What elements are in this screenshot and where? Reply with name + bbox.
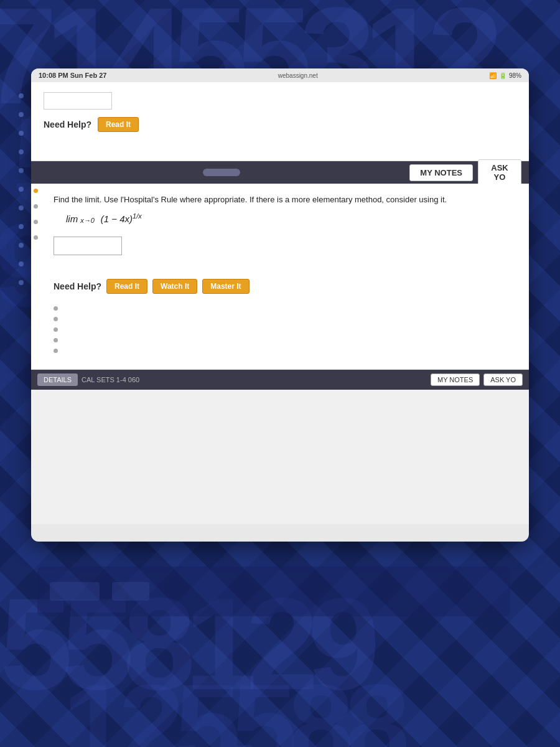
dot-marker bbox=[54, 349, 58, 353]
nav-dot bbox=[19, 243, 24, 248]
lower-btn-1 bbox=[50, 582, 100, 601]
read-it-button-top[interactable]: Read It bbox=[98, 117, 139, 132]
spacer-2 bbox=[54, 294, 516, 306]
dot-marker bbox=[54, 306, 58, 311]
master-it-button[interactable]: Master It bbox=[202, 279, 249, 294]
ask-button-bottom[interactable]: ASK YO bbox=[483, 374, 523, 386]
action-bar-bottom: DETAILS CAL SETS 1-4 060 MY NOTES ASK YO bbox=[31, 370, 529, 390]
nav-dot bbox=[19, 168, 24, 173]
action-bar-top: MY NOTES ASK YO bbox=[31, 161, 529, 184]
my-notes-button-top[interactable]: MY NOTES bbox=[409, 164, 473, 181]
need-help-label-main: Need Help? bbox=[54, 281, 101, 291]
dot-marker bbox=[54, 338, 58, 342]
inactive-marker bbox=[34, 204, 38, 209]
need-help-label-top: Need Help? bbox=[44, 120, 91, 129]
answer-input-top[interactable] bbox=[44, 92, 112, 110]
main-problem-section: Find the limit. Use l'Hospital's Rule wh… bbox=[31, 184, 529, 370]
answer-input-main[interactable] bbox=[54, 237, 122, 255]
scroll-area bbox=[39, 169, 404, 176]
lower-btn-2 bbox=[112, 582, 149, 601]
need-help-row-main: Need Help? Read It Watch It Master It bbox=[54, 279, 516, 294]
url-display: webassign.net bbox=[278, 72, 318, 79]
problem-markers bbox=[34, 189, 38, 240]
problem-instruction: Find the limit. Use l'Hospital's Rule wh… bbox=[54, 194, 516, 206]
content-area[interactable]: Need Help? Read It MY NOTES ASK YO bbox=[31, 82, 529, 524]
inactive-marker bbox=[34, 220, 38, 224]
side-navigation-dots bbox=[19, 93, 24, 285]
nav-dot bbox=[19, 187, 24, 192]
status-indicators: 📶 🔋 98% bbox=[489, 72, 521, 79]
spacer bbox=[54, 268, 516, 271]
nav-dot bbox=[19, 224, 24, 229]
dot-marker bbox=[54, 317, 58, 321]
details-button[interactable]: DETAILS bbox=[37, 374, 78, 386]
answer-area bbox=[54, 230, 516, 261]
nav-dot bbox=[19, 149, 24, 154]
lower-reflection bbox=[37, 566, 510, 616]
limit-subscript: x→0 bbox=[80, 217, 95, 224]
top-problem-section: Need Help? Read It bbox=[31, 82, 529, 161]
scroll-indicator bbox=[203, 169, 240, 176]
limit-expression: (1 − 4x)1/x bbox=[101, 212, 142, 224]
nav-dot bbox=[19, 93, 24, 98]
lim-word: lim bbox=[66, 214, 78, 224]
watch-it-button[interactable]: Watch It bbox=[152, 279, 197, 294]
battery-icon: 🔋 bbox=[499, 72, 506, 79]
read-it-button-main[interactable]: Read It bbox=[106, 279, 147, 294]
need-help-row-top: Need Help? Read It bbox=[44, 117, 516, 132]
battery-percent: 98% bbox=[509, 72, 521, 79]
cal-sets-label: CAL SETS 1-4 060 bbox=[82, 376, 139, 383]
math-expression: lim x→0 (1 − 4x)1/x bbox=[66, 212, 516, 224]
status-bar: 10:08 PM Sun Feb 27 webassign.net 📶 🔋 98… bbox=[31, 68, 529, 82]
nav-dot bbox=[19, 261, 24, 266]
my-notes-button-bottom[interactable]: MY NOTES bbox=[431, 374, 480, 386]
active-marker bbox=[34, 189, 38, 193]
nav-dot bbox=[19, 280, 24, 285]
dot-marker bbox=[54, 327, 58, 332]
nav-dot bbox=[19, 205, 24, 210]
problem-content: Find the limit. Use l'Hospital's Rule wh… bbox=[44, 194, 516, 353]
nav-dot bbox=[19, 112, 24, 117]
limit-notation: lim x→0 (1 − 4x)1/x bbox=[66, 212, 142, 224]
wifi-icon: 📶 bbox=[489, 72, 497, 79]
nav-dot bbox=[19, 131, 24, 136]
tablet-frame: 10:08 PM Sun Feb 27 webassign.net 📶 🔋 98… bbox=[31, 68, 529, 542]
inactive-marker bbox=[34, 235, 38, 240]
status-time: 10:08 PM Sun Feb 27 bbox=[39, 72, 106, 79]
ask-your-button-top[interactable]: ASK YO bbox=[478, 159, 521, 186]
